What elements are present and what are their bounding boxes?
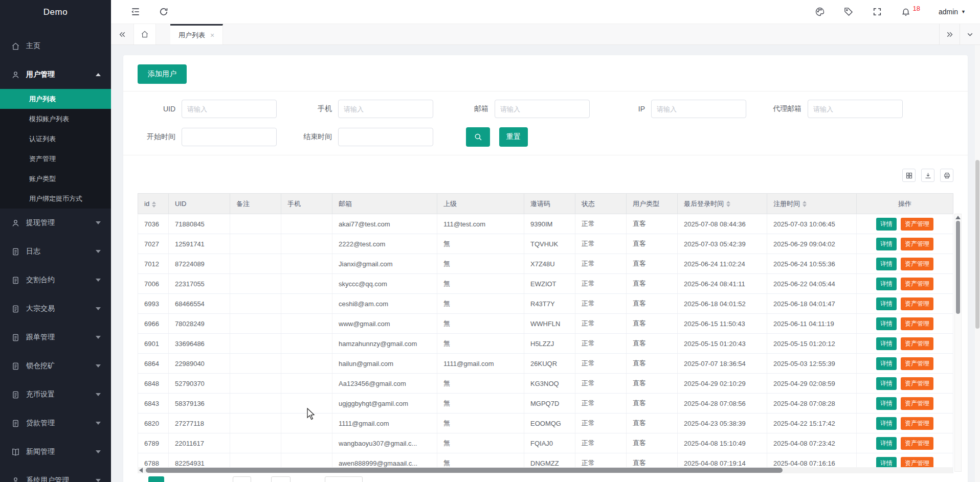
- sort-icon[interactable]: [803, 201, 807, 207]
- home-tab[interactable]: [133, 24, 156, 44]
- detail-button[interactable]: 详情: [876, 238, 897, 250]
- vertical-scroll-thumb[interactable]: [956, 221, 960, 314]
- column-header-last_login[interactable]: 最后登录时间: [678, 194, 767, 214]
- sidebar-subitem-模拟账户列表[interactable]: 模拟账户列表: [0, 109, 111, 129]
- scroll-left-arrow-icon[interactable]: [139, 468, 143, 473]
- chevron-down-icon: [96, 479, 101, 482]
- detail-button[interactable]: 详情: [876, 357, 897, 370]
- asset-manage-button[interactable]: 资产管理: [901, 357, 933, 370]
- filter-input-IP[interactable]: [651, 100, 746, 118]
- asset-manage-button[interactable]: 资产管理: [901, 337, 933, 350]
- asset-manage-button[interactable]: 资产管理: [901, 297, 933, 310]
- sidebar-item-新闻管理[interactable]: 新闻管理: [0, 438, 111, 466]
- sidebar-subitem-用户列表[interactable]: 用户列表: [0, 89, 111, 109]
- tabs-scroll-left[interactable]: [111, 24, 133, 44]
- cell-user_type: 直客: [627, 354, 678, 374]
- filter-input-UID[interactable]: [182, 100, 277, 118]
- horizontal-scroll-thumb[interactable]: [146, 468, 783, 473]
- cell-note: [230, 433, 281, 453]
- pagination-box[interactable]: [233, 476, 251, 482]
- fullscreen-icon[interactable]: [872, 7, 882, 17]
- reset-button[interactable]: 重置: [499, 127, 528, 147]
- asset-manage-button[interactable]: 资产管理: [901, 238, 933, 250]
- scroll-up-arrow-icon[interactable]: [955, 216, 961, 219]
- detail-button[interactable]: 详情: [876, 377, 897, 390]
- cell-invite: R43T7Y: [524, 294, 575, 314]
- page-scroll-thumb[interactable]: [975, 160, 979, 329]
- asset-manage-button[interactable]: 资产管理: [901, 377, 933, 390]
- cell-actions: 详情资产管理: [857, 254, 953, 274]
- sidebar-item-充币设置[interactable]: 充币设置: [0, 380, 111, 409]
- sidebar-subitem-用户绑定提币方式[interactable]: 用户绑定提币方式: [0, 189, 111, 209]
- tab-user-list[interactable]: 用户列表 ×: [170, 24, 223, 44]
- add-user-button[interactable]: 添加用户: [138, 64, 187, 84]
- detail-button[interactable]: 详情: [876, 437, 897, 450]
- detail-button[interactable]: 详情: [876, 397, 897, 410]
- filter-input-手机[interactable]: [338, 100, 433, 118]
- filter-label: UID: [138, 105, 182, 113]
- sidebar-subitem-资产管理[interactable]: 资产管理: [0, 149, 111, 169]
- asset-manage-button[interactable]: 资产管理: [901, 258, 933, 270]
- sort-icon[interactable]: [726, 201, 730, 207]
- sidebar-item-跟单管理[interactable]: 跟单管理: [0, 323, 111, 352]
- cell-registered: 2025-06-24 10:55:36: [767, 254, 857, 274]
- pagination-page-active[interactable]: [148, 476, 164, 482]
- sidebar-item-系统用户管理[interactable]: 系统用户管理: [0, 466, 111, 482]
- cell-registered: 2025-06-22 04:05:44: [767, 274, 857, 294]
- cell-uid: 12591741: [169, 234, 230, 254]
- asset-manage-button[interactable]: 资产管理: [901, 278, 933, 290]
- cell-email: www@gmail.com: [332, 314, 437, 334]
- detail-button[interactable]: 详情: [876, 297, 897, 310]
- column-settings-button[interactable]: [902, 169, 916, 182]
- sidebar-subitem-账户类型[interactable]: 账户类型: [0, 169, 111, 189]
- date-input-结束时间[interactable]: [338, 128, 433, 146]
- theme-palette-icon[interactable]: [815, 7, 825, 17]
- date-input-开始时间[interactable]: [182, 128, 277, 146]
- sidebar-subitem-认证列表[interactable]: 认证列表: [0, 129, 111, 149]
- asset-manage-button[interactable]: 资产管理: [901, 218, 933, 231]
- user-icon: [11, 476, 20, 482]
- cell-last_login: 2025-07-08 08:44:36: [678, 214, 767, 234]
- sidebar-item-提现管理[interactable]: 提现管理: [0, 209, 111, 237]
- sidebar-item-日志[interactable]: 日志: [0, 237, 111, 266]
- search-button[interactable]: [466, 127, 490, 147]
- page-scrollbar[interactable]: [975, 45, 980, 482]
- sort-icon[interactable]: [152, 201, 156, 208]
- tabs-menu-chevron[interactable]: [960, 24, 980, 44]
- sidebar-item-用户管理[interactable]: 用户管理: [0, 60, 111, 89]
- detail-button[interactable]: 详情: [876, 218, 897, 231]
- refresh-icon[interactable]: [159, 7, 169, 17]
- print-button[interactable]: [940, 169, 953, 182]
- sidebar-item-贷款管理[interactable]: 贷款管理: [0, 409, 111, 438]
- table-horizontal-scrollbar[interactable]: [138, 467, 953, 473]
- sidebar-item-大宗交易[interactable]: 大宗交易: [0, 294, 111, 323]
- filter-input-代理邮箱[interactable]: [808, 100, 903, 118]
- export-button[interactable]: [921, 169, 934, 182]
- tabs-scroll-right[interactable]: [939, 24, 960, 44]
- column-header-id[interactable]: id: [138, 194, 169, 214]
- asset-manage-button[interactable]: 资产管理: [901, 397, 933, 410]
- pagination-box[interactable]: [271, 476, 291, 482]
- asset-manage-button[interactable]: 资产管理: [901, 317, 933, 330]
- user-menu[interactable]: admin ▼: [939, 8, 966, 16]
- sidebar-item-锁仓挖矿[interactable]: 锁仓挖矿: [0, 352, 111, 380]
- column-header-registered[interactable]: 注册时间: [767, 194, 857, 214]
- detail-button[interactable]: 详情: [876, 278, 897, 290]
- notification-bell[interactable]: 18: [901, 7, 920, 17]
- detail-button[interactable]: 详情: [876, 417, 897, 430]
- detail-button[interactable]: 详情: [876, 337, 897, 350]
- detail-button[interactable]: 详情: [876, 317, 897, 330]
- filter-input-邮箱[interactable]: [495, 100, 590, 118]
- close-icon[interactable]: ×: [210, 31, 214, 39]
- asset-manage-button[interactable]: 资产管理: [901, 417, 933, 430]
- pagination-page-size-select[interactable]: [325, 476, 363, 482]
- menu-fold-icon[interactable]: [130, 7, 141, 17]
- sidebar-item-主页[interactable]: 主页: [0, 32, 111, 60]
- tag-icon[interactable]: [843, 7, 854, 17]
- table-vertical-scrollbar[interactable]: [954, 214, 962, 472]
- cell-note: [230, 414, 281, 433]
- asset-manage-button[interactable]: 资产管理: [901, 437, 933, 450]
- user-icon: [11, 71, 20, 79]
- sidebar-item-交割合约[interactable]: 交割合约: [0, 266, 111, 294]
- detail-button[interactable]: 详情: [876, 258, 897, 270]
